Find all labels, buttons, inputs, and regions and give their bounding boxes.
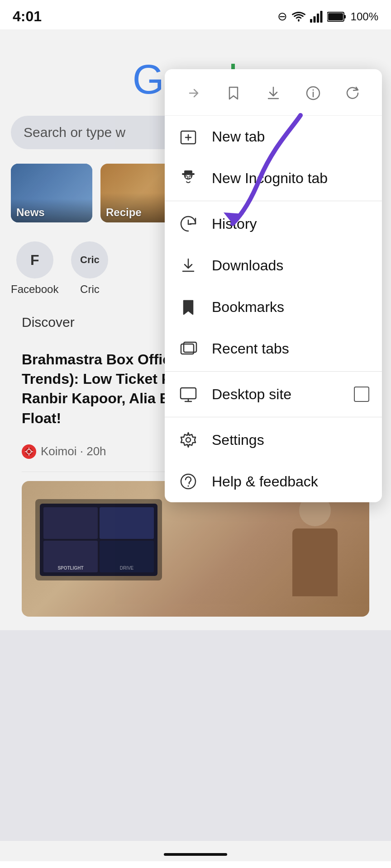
- refresh-button[interactable]: [339, 79, 367, 107]
- bookmarks-label: Bookmarks: [212, 299, 369, 316]
- recent-tabs-icon: [177, 338, 199, 359]
- download-button[interactable]: [259, 79, 287, 107]
- new-tab-label: New tab: [212, 128, 369, 145]
- incognito-label: New Incognito tab: [212, 170, 369, 187]
- signal-icon: [310, 11, 323, 23]
- dnd-icon: ⊖: [277, 9, 287, 24]
- desktop-site-label: Desktop site: [212, 386, 341, 403]
- browser-background: Google Search or type w News Recipe F: [0, 29, 391, 861]
- svg-rect-5: [344, 15, 346, 19]
- menu-history[interactable]: History: [165, 203, 382, 245]
- divider-2: [165, 371, 382, 372]
- menu-help[interactable]: Help & feedback: [165, 461, 382, 502]
- recent-tabs-label: Recent tabs: [212, 340, 369, 357]
- svg-rect-2: [317, 14, 319, 23]
- downloads-icon: [177, 255, 199, 276]
- svg-point-23: [313, 90, 314, 91]
- info-button[interactable]: [299, 79, 327, 107]
- bookmarks-icon: [177, 296, 199, 318]
- bookmark-button[interactable]: [219, 79, 248, 107]
- svg-point-33: [186, 176, 188, 179]
- svg-point-43: [186, 438, 191, 442]
- dropdown-toolbar: [165, 69, 382, 116]
- svg-rect-1: [313, 16, 315, 23]
- status-time: 4:01: [13, 8, 42, 25]
- battery-icon: [327, 11, 346, 22]
- status-icons: ⊖ 100%: [277, 9, 378, 24]
- svg-rect-40: [181, 388, 196, 399]
- help-label: Help & feedback: [212, 473, 369, 490]
- menu-recent-tabs[interactable]: Recent tabs: [165, 328, 382, 369]
- svg-rect-32: [184, 170, 192, 174]
- battery-percentage: 100%: [351, 10, 378, 23]
- incognito-icon: [177, 167, 199, 189]
- menu-settings[interactable]: Settings: [165, 419, 382, 461]
- divider-3: [165, 417, 382, 417]
- svg-point-34: [189, 176, 191, 179]
- new-tab-icon: [177, 126, 199, 147]
- desktop-site-icon: [177, 383, 199, 405]
- svg-rect-0: [310, 19, 312, 23]
- svg-rect-3: [320, 11, 322, 23]
- history-label: History: [212, 216, 369, 232]
- divider-1: [165, 201, 382, 201]
- status-bar: 4:01 ⊖ 100%: [0, 0, 391, 29]
- desktop-site-checkbox[interactable]: [354, 387, 369, 402]
- wifi-icon: [292, 11, 305, 23]
- dropdown-menu: New tab New Incognito tab: [165, 69, 382, 502]
- settings-label: Settings: [212, 432, 369, 448]
- menu-bookmarks[interactable]: Bookmarks: [165, 286, 382, 328]
- menu-desktop-site[interactable]: Desktop site: [165, 373, 382, 415]
- menu-incognito[interactable]: New Incognito tab: [165, 157, 382, 199]
- downloads-label: Downloads: [212, 257, 369, 274]
- menu-new-tab[interactable]: New tab: [165, 116, 382, 157]
- svg-point-45: [188, 486, 189, 487]
- menu-downloads[interactable]: Downloads: [165, 245, 382, 286]
- settings-icon: [177, 429, 199, 451]
- history-icon: [177, 213, 199, 235]
- help-icon: [177, 471, 199, 492]
- forward-button[interactable]: [180, 79, 208, 107]
- svg-rect-6: [328, 13, 343, 20]
